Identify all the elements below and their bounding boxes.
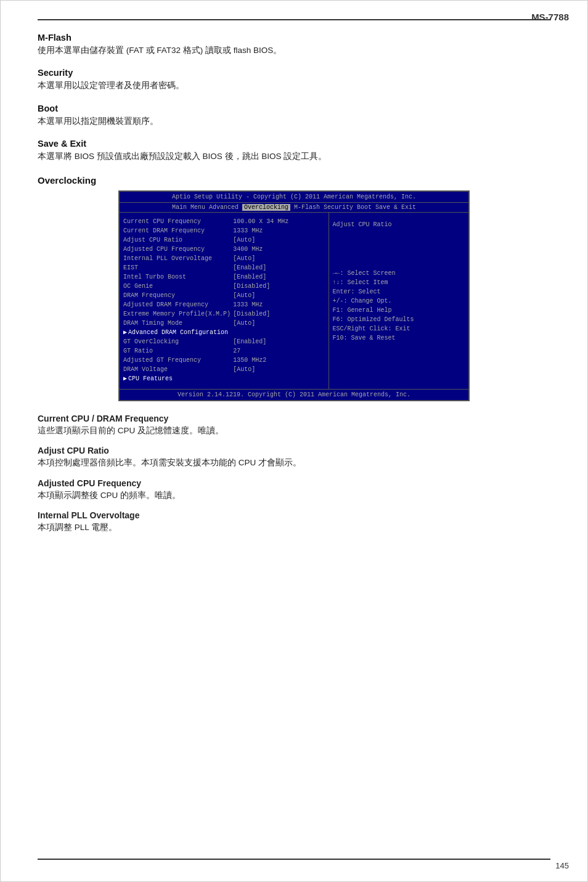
bios-nav: Main Menu Advanced Overclocking M-Flash … bbox=[120, 202, 468, 213]
bios-row: Adjusted DRAM Frequency 1333 MHz bbox=[123, 301, 325, 309]
section-desc: 使用本選單由儲存裝置 (FAT 或 FAT32 格式) 讀取或 flash BI… bbox=[38, 44, 550, 57]
bios-row-label: ▶Advanced DRAM Configuration bbox=[123, 329, 233, 337]
bios-row-value: 1333 MHz bbox=[233, 301, 324, 309]
bottom-section: Current CPU / DRAM Frequency 這些選項顯示目前的 C… bbox=[38, 414, 550, 437]
bios-row-value: [Enabled] bbox=[233, 338, 324, 346]
bottom-section-desc: 本項調整 PLL 電壓。 bbox=[38, 521, 550, 534]
overclocking-title: Overclocking bbox=[38, 175, 550, 186]
bios-row-label: Intel Turbo Boost bbox=[123, 273, 233, 282]
bios-row-value: [Auto] bbox=[233, 319, 324, 328]
bios-row: DRAM Timing Mode [Auto] bbox=[123, 319, 325, 328]
bios-nav-item: Advanced bbox=[209, 204, 242, 211]
bios-row: ▶CPU Features bbox=[123, 375, 325, 383]
section-title: Boot bbox=[38, 104, 550, 113]
model-number: MS-7788 bbox=[531, 12, 569, 22]
bios-row: Current DRAM Frequency 1333 MHz bbox=[123, 227, 325, 235]
bios-row-label: Adjusted GT Frequency bbox=[123, 356, 233, 365]
bios-row-label: DRAM Timing Mode bbox=[123, 319, 233, 328]
bios-row: GT OverClocking [Enabled] bbox=[123, 338, 325, 346]
bios-row: DRAM Frequency [Auto] bbox=[123, 292, 325, 300]
bottom-section: Adjusted CPU Frequency 本項顯示調整後 CPU 的頻率。唯… bbox=[38, 478, 550, 502]
bios-row-label: Current CPU Frequency bbox=[123, 218, 233, 226]
bios-row: DRAM Voltage [Auto] bbox=[123, 365, 325, 374]
bios-help-item: F6: Optimized Defaults bbox=[333, 315, 465, 324]
page-number: 145 bbox=[555, 861, 569, 870]
bios-row-label: Extreme Memory Profile(X.M.P) bbox=[123, 310, 233, 319]
bios-nav-item: M-Flash bbox=[294, 204, 324, 211]
bottom-section: Adjust CPU Ratio 本項控制處理器倍頻比率。本項需安裝支援本功能的… bbox=[38, 446, 550, 469]
bios-help-item: ESC/Right Click: Exit bbox=[333, 324, 465, 333]
bottom-section-title: Internal PLL Overvoltage bbox=[38, 510, 550, 520]
bios-row-value: [Auto] bbox=[233, 255, 324, 263]
bottom-section-title: Adjust CPU Ratio bbox=[38, 446, 550, 455]
bios-row-value: [Auto] bbox=[233, 236, 324, 245]
bottom-sections: Current CPU / DRAM Frequency 這些選項顯示目前的 C… bbox=[38, 414, 550, 534]
top-border bbox=[38, 19, 550, 20]
bios-row-label: DRAM Voltage bbox=[123, 365, 233, 374]
bios-row-label: Adjusted DRAM Frequency bbox=[123, 301, 233, 309]
section-title: M-Flash bbox=[38, 33, 550, 43]
section-title: Save & Exit bbox=[38, 139, 550, 149]
bios-row-label: Adjust CPU Ratio bbox=[123, 236, 233, 245]
bios-row-value: 27 bbox=[233, 347, 324, 356]
bios-nav-item: Security bbox=[324, 204, 357, 211]
bios-row: GT Ratio 27 bbox=[123, 347, 325, 356]
top-section: Boot 本選單用以指定開機裝置順序。 bbox=[38, 104, 550, 128]
top-sections: M-Flash 使用本選單由儲存裝置 (FAT 或 FAT32 格式) 讀取或 … bbox=[38, 33, 550, 163]
bottom-section-title: Current CPU / DRAM Frequency bbox=[38, 414, 550, 423]
bios-row-value bbox=[233, 329, 324, 337]
bios-row: ▶Advanced DRAM Configuration bbox=[123, 329, 325, 337]
bios-row-value: [Auto] bbox=[233, 365, 324, 374]
bios-row-label: GT OverClocking bbox=[123, 338, 233, 346]
bios-help-title: Adjust CPU Ratio bbox=[333, 218, 465, 229]
bios-row-label: GT Ratio bbox=[123, 347, 233, 356]
bios-row: OC Genie [Disabled] bbox=[123, 282, 325, 291]
bios-left: Current CPU Frequency 100.00 X 34 MHz Cu… bbox=[120, 213, 329, 389]
bios-row: Internal PLL Overvoltage [Auto] bbox=[123, 255, 325, 263]
bios-row-label: OC Genie bbox=[123, 282, 233, 291]
bios-help-item: →←: Select Screen bbox=[333, 269, 465, 278]
bios-screen: Aptio Setup Utility - Copyright (C) 2011… bbox=[118, 190, 470, 401]
bios-nav-item: Boot bbox=[357, 204, 375, 211]
bottom-section: Internal PLL Overvoltage 本項調整 PLL 電壓。 bbox=[38, 510, 550, 534]
bios-row-label: DRAM Frequency bbox=[123, 292, 233, 300]
bios-row-value: [Disabled] bbox=[233, 282, 324, 291]
bios-help-item: Enter: Select bbox=[333, 287, 465, 296]
bottom-section-title: Adjusted CPU Frequency bbox=[38, 478, 550, 488]
bios-row: Adjust CPU Ratio [Auto] bbox=[123, 236, 325, 245]
bios-row-value: [Disabled] bbox=[233, 310, 324, 319]
bios-row: Intel Turbo Boost [Enabled] bbox=[123, 273, 325, 282]
bios-row-value: 100.00 X 34 MHz bbox=[233, 218, 324, 226]
bios-header: Aptio Setup Utility - Copyright (C) 2011… bbox=[120, 192, 468, 202]
bios-row-value: [Auto] bbox=[233, 292, 324, 300]
bios-row: Current CPU Frequency 100.00 X 34 MHz bbox=[123, 218, 325, 226]
top-section: M-Flash 使用本選單由儲存裝置 (FAT 或 FAT32 格式) 讀取或 … bbox=[38, 33, 550, 57]
bios-row-label: Adjusted CPU Frequency bbox=[123, 245, 233, 254]
arrow-indicator: ▶ bbox=[123, 375, 127, 382]
bottom-border bbox=[38, 859, 550, 860]
section-title: Security bbox=[38, 68, 550, 78]
bios-row-value: [Enabled] bbox=[233, 273, 324, 282]
bios-help-item: +/-: Change Opt. bbox=[333, 296, 465, 306]
section-desc: 本選單將 BIOS 預設值或出廠預設設定載入 BIOS 後，跳出 BIOS 設定… bbox=[38, 150, 550, 163]
bios-body: Current CPU Frequency 100.00 X 34 MHz Cu… bbox=[120, 213, 468, 389]
bottom-section-desc: 這些選項顯示目前的 CPU 及記憶體速度。唯讀。 bbox=[38, 425, 550, 437]
bios-help-item: F10: Save & Reset bbox=[333, 333, 465, 343]
top-section: Save & Exit 本選單將 BIOS 預設值或出廠預設設定載入 BIOS … bbox=[38, 139, 550, 163]
bios-help: →←: Select Screen↑↓: Select ItemEnter: S… bbox=[333, 266, 465, 343]
page-container: MS-7788 M-Flash 使用本選單由儲存裝置 (FAT 或 FAT32 … bbox=[0, 0, 588, 882]
bios-help-item: ↑↓: Select Item bbox=[333, 278, 465, 287]
bios-row-label: Internal PLL Overvoltage bbox=[123, 255, 233, 263]
bios-row-value: 1350 MHz2 bbox=[233, 356, 324, 365]
bios-row: EIST [Enabled] bbox=[123, 264, 325, 272]
bios-footer: Version 2.14.1219. Copyright (C) 2011 Am… bbox=[120, 389, 468, 400]
bottom-section-desc: 本項控制處理器倍頻比率。本項需安裝支援本功能的 CPU 才會顯示。 bbox=[38, 457, 550, 469]
bios-row-label: EIST bbox=[123, 264, 233, 272]
bios-row-value: [Enabled] bbox=[233, 264, 324, 272]
section-desc: 本選單用以指定開機裝置順序。 bbox=[38, 115, 550, 128]
section-desc: 本選單用以設定管理者及使用者密碼。 bbox=[38, 80, 550, 92]
bios-row: Extreme Memory Profile(X.M.P) [Disabled] bbox=[123, 310, 325, 319]
bios-help-item: F1: General Help bbox=[333, 306, 465, 315]
bios-nav-item-selected: Overclocking bbox=[242, 204, 290, 211]
bios-row: Adjusted GT Frequency 1350 MHz2 bbox=[123, 356, 325, 365]
